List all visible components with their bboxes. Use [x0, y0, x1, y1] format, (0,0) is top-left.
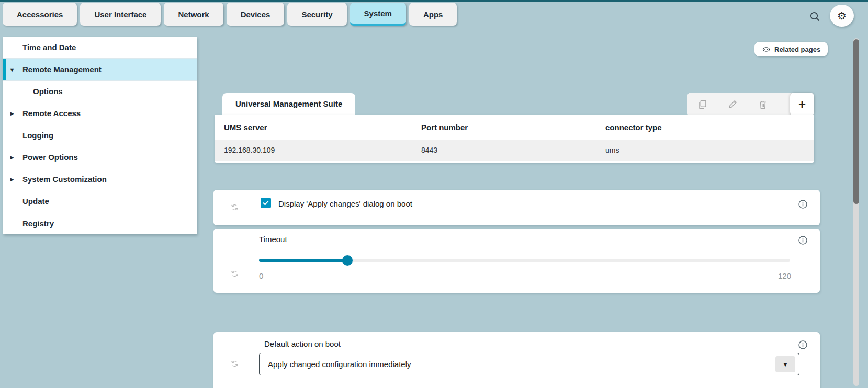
- chevron-right-icon: ▸: [10, 176, 14, 183]
- table-row[interactable]: 192.168.30.109 8443 ums: [215, 140, 814, 161]
- delete-trash-icon[interactable]: [748, 99, 778, 110]
- add-button[interactable]: +: [790, 93, 814, 116]
- checkmark-icon: [262, 199, 269, 207]
- main-tabbar: Accessories User Interface Network Devic…: [3, 3, 457, 26]
- apply-dialog-card: Display 'Apply changes' dialog on boot: [213, 190, 820, 225]
- apply-dialog-checkbox[interactable]: [261, 198, 271, 208]
- tab-security[interactable]: Security: [287, 3, 346, 26]
- reset-parameter-icon[interactable]: [230, 203, 239, 212]
- default-action-card: Default action on boot Apply changed con…: [213, 332, 820, 388]
- chevron-right-icon: ▸: [10, 154, 14, 161]
- sidebar-item-options[interactable]: Options: [3, 81, 197, 102]
- tab-label: Accessories: [17, 10, 63, 19]
- settings-gear-icon[interactable]: ⚙: [830, 5, 854, 27]
- gear-glyph: ⚙: [837, 9, 847, 22]
- column-header-connector-type: connector type: [605, 123, 814, 132]
- default-action-selected-value: Apply changed configuration immediately: [268, 360, 411, 369]
- sidebar-item-logging[interactable]: Logging: [3, 124, 197, 146]
- tab-label: System: [364, 9, 392, 18]
- info-icon[interactable]: [797, 235, 808, 246]
- timeout-min-label: 0: [259, 271, 263, 280]
- cell-port-number: 8443: [421, 146, 605, 154]
- info-icon[interactable]: [797, 339, 808, 350]
- ums-toolbar: +: [687, 93, 814, 116]
- app-window: Accessories User Interface Network Devic…: [0, 0, 868, 388]
- timeout-card: Timeout 0 120: [213, 229, 820, 293]
- sidebar-item-update[interactable]: Update: [3, 190, 197, 212]
- chevron-right-icon: ▸: [10, 110, 14, 117]
- reset-parameter-icon[interactable]: [230, 359, 239, 368]
- edit-pencil-icon[interactable]: [717, 99, 748, 110]
- tab-system[interactable]: System: [350, 3, 406, 26]
- column-header-port-number: Port number: [421, 123, 605, 132]
- sidebar-item-label: Remote Access: [22, 109, 81, 118]
- sidebar-item-label: Power Options: [22, 153, 78, 162]
- search-icon[interactable]: [808, 9, 822, 24]
- link-icon: [762, 45, 771, 54]
- related-pages-button[interactable]: Related pages: [754, 42, 828, 56]
- sidebar-item-label: Time and Date: [22, 43, 76, 52]
- default-action-label: Default action on boot: [264, 339, 341, 348]
- vertical-scrollbar-thumb[interactable]: [853, 39, 859, 204]
- copy-icon[interactable]: [687, 99, 717, 110]
- sidebar-item-power-options[interactable]: ▸ Power Options: [3, 146, 197, 168]
- tab-label: Security: [301, 10, 332, 19]
- tab-user-interface[interactable]: User Interface: [80, 3, 161, 26]
- settings-sidebar: Time and Date ▾ Remote Management Option…: [3, 37, 197, 234]
- tab-label: Devices: [241, 10, 270, 19]
- tab-label: Apps: [423, 10, 443, 19]
- ums-server-table: UMS server Port number connector type 19…: [215, 115, 814, 163]
- related-pages-label: Related pages: [774, 45, 820, 53]
- timeout-label: Timeout: [259, 235, 287, 244]
- sidebar-item-registry[interactable]: Registry: [3, 212, 197, 234]
- window-top-edge: [0, 0, 868, 2]
- ums-tab-label: Universal Management Suite: [235, 99, 342, 108]
- tab-apps[interactable]: Apps: [409, 3, 457, 26]
- sidebar-item-remote-management[interactable]: ▾ Remote Management: [3, 59, 197, 81]
- default-action-select[interactable]: Apply changed configuration immediately …: [259, 353, 799, 375]
- tab-devices[interactable]: Devices: [227, 3, 285, 26]
- sidebar-item-label: Registry: [22, 219, 54, 228]
- tab-label: Network: [178, 10, 209, 19]
- sidebar-item-label: Logging: [22, 131, 53, 140]
- tab-network[interactable]: Network: [164, 3, 223, 26]
- apply-dialog-label: Display 'Apply changes' dialog on boot: [278, 199, 412, 208]
- sidebar-item-time-and-date[interactable]: Time and Date: [3, 37, 197, 59]
- cell-connector-type: ums: [605, 146, 814, 154]
- sidebar-item-label: System Customization: [22, 175, 107, 184]
- table-header-row: UMS server Port number connector type: [215, 115, 814, 140]
- tab-accessories[interactable]: Accessories: [3, 3, 77, 26]
- timeout-slider-fill: [259, 259, 347, 262]
- cell-ums-server: 192.168.30.109: [224, 146, 421, 154]
- timeout-max-label: 120: [778, 271, 791, 280]
- chevron-down-icon: ▾: [10, 66, 14, 73]
- timeout-slider-handle[interactable]: [342, 255, 353, 266]
- timeout-slider[interactable]: [259, 259, 790, 262]
- sidebar-item-label: Options: [33, 87, 63, 96]
- tab-universal-management-suite[interactable]: Universal Management Suite: [222, 93, 355, 115]
- sidebar-item-system-customization[interactable]: ▸ System Customization: [3, 168, 197, 190]
- sidebar-item-label: Remote Management: [22, 65, 102, 74]
- info-icon[interactable]: [797, 199, 808, 210]
- column-header-ums-server: UMS server: [224, 123, 421, 132]
- sidebar-item-label: Update: [22, 197, 49, 206]
- plus-icon: +: [798, 97, 806, 112]
- dropdown-arrow-button[interactable]: ▼: [775, 356, 795, 372]
- tab-label: User Interface: [94, 10, 146, 19]
- reset-parameter-icon[interactable]: [230, 269, 239, 278]
- sidebar-item-remote-access[interactable]: ▸ Remote Access: [3, 102, 197, 124]
- chevron-down-icon: ▼: [783, 361, 788, 368]
